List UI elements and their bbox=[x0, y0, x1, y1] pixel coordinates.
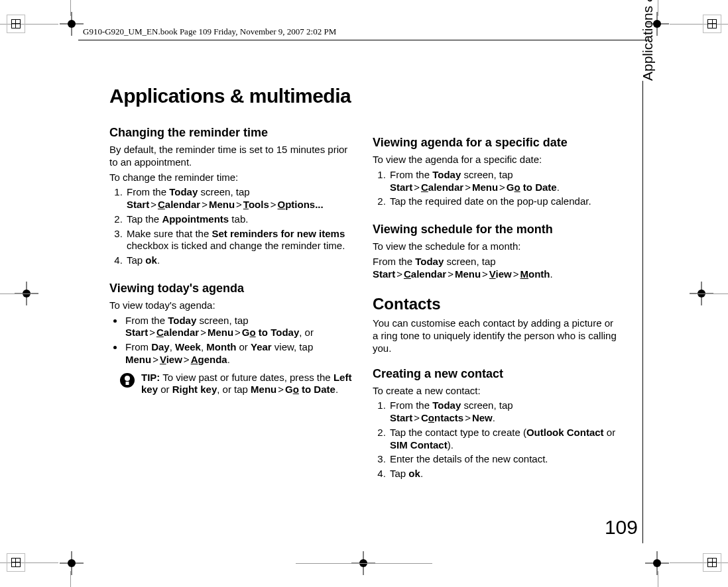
registration-cross-icon bbox=[645, 551, 669, 575]
crop-line bbox=[296, 563, 432, 564]
right-column: Viewing agenda for a specific date To vi… bbox=[373, 85, 620, 484]
book-header: G910-G920_UM_EN.book Page 109 Friday, No… bbox=[83, 27, 336, 37]
body-text: To change the reminder time: bbox=[109, 172, 357, 184]
body-text: To view today's agenda: bbox=[109, 299, 357, 312]
list-item: From the Today screen, tap Start>Calenda… bbox=[389, 169, 620, 194]
body-text: To view the schedule for a month: bbox=[373, 240, 620, 253]
ordered-list: From the Today screen, tap Start>Calenda… bbox=[373, 169, 620, 208]
list-item: Tap ok. bbox=[125, 254, 357, 267]
left-column: Applications & multimedia Changing the r… bbox=[109, 85, 357, 484]
body-text: To create a new contact: bbox=[373, 385, 620, 398]
crop-line bbox=[696, 294, 728, 294]
list-item: From Day, Week, Month or Year view, tap … bbox=[124, 341, 357, 366]
list-item: Enter the details of the new contact. bbox=[389, 453, 620, 466]
list-item: Make sure that the Set reminders for new… bbox=[125, 228, 357, 253]
unordered-list: From the Today screen, tap Start>Calenda… bbox=[109, 315, 357, 366]
list-item: Tap the contact type to create (Outlook … bbox=[389, 427, 620, 452]
page-content: Applications & multimedia Changing the r… bbox=[109, 85, 620, 484]
list-item: From the Today screen, tap Start>Contact… bbox=[389, 400, 620, 425]
section-heading: Creating a new contact bbox=[373, 367, 620, 381]
section-heading: Viewing schedule for the month bbox=[373, 223, 620, 237]
page-title: Applications & multimedia bbox=[109, 85, 357, 107]
body-text: By default, the reminder time is set to … bbox=[109, 144, 357, 169]
registration-cross-icon bbox=[60, 551, 84, 575]
body-text: You can customise each contact by adding… bbox=[373, 317, 620, 354]
tip-text: TIP: To view past or future dates, press… bbox=[141, 372, 357, 397]
major-heading: Contacts bbox=[373, 295, 620, 313]
side-tab-label: Applications & multimedia bbox=[640, 0, 656, 81]
list-item: Tap ok. bbox=[389, 468, 620, 480]
crop-line bbox=[0, 294, 32, 294]
section-heading: Changing the reminder time bbox=[109, 126, 357, 140]
body-text: From the Today screen, tap Start>Calenda… bbox=[373, 256, 620, 281]
tip-block: TIP: To view past or future dates, press… bbox=[109, 372, 357, 397]
section-heading: Viewing agenda for a specific date bbox=[373, 136, 620, 150]
registration-cross-icon bbox=[60, 12, 84, 36]
header-rule bbox=[78, 40, 650, 40]
registration-square-icon bbox=[7, 15, 25, 33]
section-heading: Viewing today's agenda bbox=[109, 282, 357, 295]
list-item: Tap the required date on the pop-up cale… bbox=[389, 195, 620, 208]
registration-square-icon bbox=[7, 553, 25, 572]
list-item: From the Today screen, tap Start>Calenda… bbox=[124, 315, 357, 340]
body-text: To view the agenda for a specific date: bbox=[373, 154, 620, 166]
list-item: Tap the Appointments tab. bbox=[125, 213, 357, 226]
side-tab: Applications & multimedia bbox=[623, 81, 643, 543]
page-number: 109 bbox=[605, 516, 638, 539]
registration-square-icon bbox=[703, 553, 721, 572]
lightbulb-icon bbox=[120, 373, 135, 388]
ordered-list: From the Today screen, tap Start>Contact… bbox=[373, 400, 620, 480]
list-item: From the Today screen, tap Start>Calenda… bbox=[125, 186, 357, 211]
ordered-list: From the Today screen, tap Start>Calenda… bbox=[109, 186, 357, 267]
registration-square-icon bbox=[703, 15, 721, 33]
